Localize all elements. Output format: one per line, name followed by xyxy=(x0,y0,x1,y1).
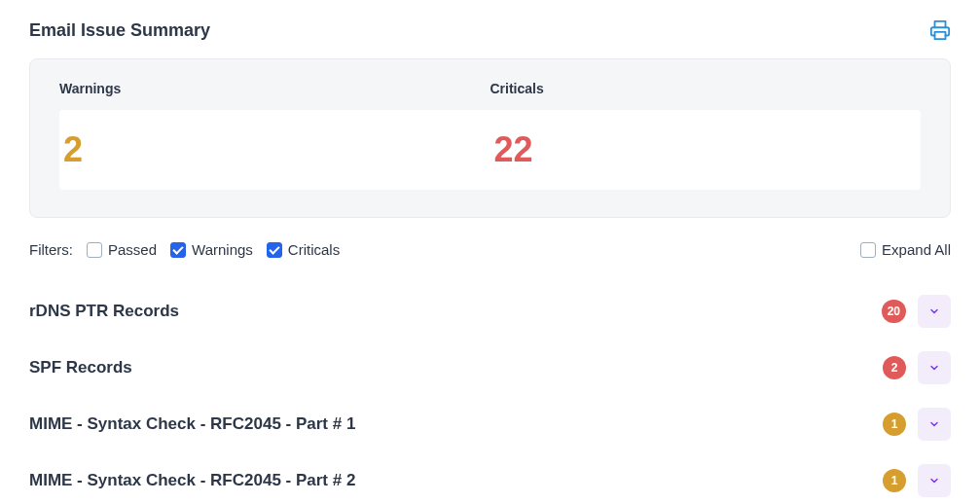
filter-criticals-label: Criticals xyxy=(288,241,340,258)
criticals-label: Criticals xyxy=(490,81,922,96)
issue-title: SPF Records xyxy=(29,358,132,377)
issue-actions: 1 xyxy=(883,464,951,497)
chevron-down-icon xyxy=(928,418,940,430)
issue-row: rDNS PTR Records20 xyxy=(29,283,951,340)
filter-passed-label: Passed xyxy=(108,241,157,258)
warnings-count: 2 xyxy=(59,129,490,170)
issue-row: MIME - Syntax Check - RFC2045 - Part # 2… xyxy=(29,452,951,503)
issue-count-badge: 1 xyxy=(883,413,906,436)
filter-warnings-label: Warnings xyxy=(192,241,253,258)
summary-card: Warnings Criticals 2 22 xyxy=(29,58,951,218)
expand-button[interactable] xyxy=(918,464,951,497)
expand-all[interactable]: Expand All xyxy=(860,241,951,258)
svg-rect-0 xyxy=(935,32,946,39)
issue-count-badge: 1 xyxy=(883,469,906,492)
chevron-down-icon xyxy=(928,362,940,374)
issue-actions: 1 xyxy=(883,408,951,441)
issue-title: rDNS PTR Records xyxy=(29,302,179,321)
issue-count-badge: 2 xyxy=(883,356,906,379)
issue-row: MIME - Syntax Check - RFC2045 - Part # 1… xyxy=(29,396,951,452)
chevron-down-icon xyxy=(928,475,940,486)
filter-passed[interactable]: Passed xyxy=(87,241,157,258)
expand-button[interactable] xyxy=(918,351,951,384)
filter-criticals[interactable]: Criticals xyxy=(267,241,340,258)
checkbox-checked-icon xyxy=(170,242,186,258)
checkbox-icon xyxy=(87,242,102,258)
filters-row: Filters: Passed Warnings Criticals Expan… xyxy=(29,241,951,258)
chevron-down-icon xyxy=(928,305,940,317)
warnings-label: Warnings xyxy=(59,81,490,96)
issue-title: MIME - Syntax Check - RFC2045 - Part # 1 xyxy=(29,414,355,434)
filter-warnings[interactable]: Warnings xyxy=(170,241,253,258)
filters-label: Filters: xyxy=(29,241,73,258)
expand-all-label: Expand All xyxy=(882,241,951,258)
issue-row: SPF Records2 xyxy=(29,340,951,396)
checkbox-icon xyxy=(860,242,876,258)
expand-button[interactable] xyxy=(918,295,951,328)
issue-actions: 20 xyxy=(882,295,951,328)
print-icon[interactable] xyxy=(929,19,951,41)
expand-button[interactable] xyxy=(918,408,951,441)
summary-values: 2 22 xyxy=(59,110,921,190)
issue-title: MIME - Syntax Check - RFC2045 - Part # 2 xyxy=(29,471,355,490)
issue-count-badge: 20 xyxy=(882,300,906,323)
checkbox-checked-icon xyxy=(267,242,282,258)
criticals-count: 22 xyxy=(490,129,922,170)
issue-actions: 2 xyxy=(883,351,951,384)
page-title: Email Issue Summary xyxy=(29,20,210,41)
